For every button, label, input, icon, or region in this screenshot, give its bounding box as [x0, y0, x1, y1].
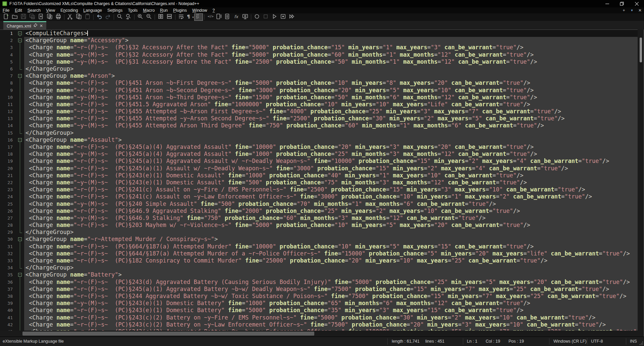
code-text[interactable]: <Charge name="~r~(F)~s~ (PC)§451 Arson ~… [24, 79, 638, 86]
code-text[interactable]: <Charge name="~y~(M)~s~ (PC)§455 Attempt… [24, 122, 638, 129]
code-text[interactable]: </ChargeGroup> [24, 65, 638, 72]
editor-line-16[interactable]: 16−<ChargeGroup name="Assault"> [0, 136, 638, 143]
sync-horizontal-scroll-button[interactable] [165, 13, 174, 21]
editor-line-42[interactable]: 42 <Charge name="~r~(F)~s~ (PC)§243(c)(2… [0, 321, 638, 328]
editor-line-1[interactable]: 1−<CompuLiteCharges> [0, 30, 638, 37]
close-file-button[interactable] [37, 13, 45, 21]
code-text[interactable]: </ChargeGroup> [24, 129, 638, 136]
code-text[interactable]: <Charge name="~r~(F)~s~ (PC)§455 Attempt… [24, 115, 638, 122]
show-all-characters-button[interactable]: ¶▼ [185, 13, 194, 21]
editor-line-28[interactable]: 28 <Charge name="~r~(F)~s~ (PC)§203 Mayh… [0, 222, 638, 229]
redo-button[interactable] [104, 13, 112, 21]
editor-line-6[interactable]: 6</ChargeGroup> [0, 65, 638, 72]
code-text[interactable]: <Charge name="~y~(M)~s~ (PC)§243(e)(1) D… [24, 179, 638, 186]
zoom-in-button[interactable] [136, 13, 145, 21]
code-text[interactable]: <ChargeGroup name="Battery"> [24, 271, 638, 278]
code-text[interactable]: <CompuLiteCharges> [24, 30, 638, 37]
code-text[interactable]: <Charge name="~r~(F)~s~ (PC)§664/§187(a)… [24, 243, 638, 250]
horizontal-scrollbar-thumb[interactable] [22, 332, 314, 336]
code-text[interactable]: <Charge name="~r~(F)~s~ (PC)§243(e)(1) D… [24, 307, 638, 314]
close-window-button[interactable] [629, 0, 644, 7]
print-button[interactable] [54, 13, 63, 21]
menu-run[interactable]: Run [157, 8, 170, 13]
code-text[interactable]: <ChargeGroup name="~r~Attempted Murder /… [24, 236, 638, 243]
code-text[interactable]: <Charge name="~r~(F)~s~ (PC)§182 Conspir… [24, 257, 638, 264]
editor-line-33[interactable]: 33 <Charge name="~r~(F)~s~ (PC)§182 Cons… [0, 257, 638, 264]
replace-button[interactable] [124, 13, 133, 21]
code-text[interactable]: <Charge name="~r~(F)~s~ (PC)§455 Attempt… [24, 108, 638, 115]
code-text[interactable]: </ChargeGroup> [24, 264, 638, 271]
code-text[interactable]: <Charge name="~y~(M)~s~ (PC)§245(a)(4) A… [24, 151, 638, 158]
menu-file[interactable]: File [0, 8, 12, 13]
new-tab-button[interactable]: + [620, 8, 628, 13]
editor-line-5[interactable]: 5 <Charge name="~y~(M)~s~ (PC)§31 Access… [0, 58, 638, 65]
fold-collapse-icon[interactable]: − [16, 37, 24, 44]
editor-line-11[interactable]: 11 <Charge name="~r~(F)~s~ (PC)§451.5 Ag… [0, 101, 638, 108]
find-button[interactable] [115, 13, 124, 21]
document-map-button[interactable] [215, 13, 223, 21]
tab-close-icon[interactable]: ✕ [40, 24, 43, 28]
restore-button[interactable] [614, 0, 629, 7]
code-text[interactable]: <Charge name="~r~(F)~s~ (PC)§243(c)(2) B… [24, 314, 638, 321]
editor-line-21[interactable]: 21 <Charge name="~r~(F)~s~ (PC)§243(e)(1… [0, 172, 638, 179]
menu-settings[interactable]: Settings [105, 8, 125, 13]
function-list-button[interactable]: fx [232, 13, 241, 21]
code-text[interactable]: <Charge name="~r~(F)~s~ (PC)§245(a)(1) A… [24, 158, 638, 165]
editor-line-37[interactable]: 37 <Charge name="~r~(F)~s~ (PC)§245(a)(1… [0, 286, 638, 293]
minimize-button[interactable] [600, 0, 614, 7]
code-text[interactable]: <Charge name="~r~(F)~s~ (PC)§243(d) Aggr… [24, 279, 638, 286]
editor-line-31[interactable]: 31 <Charge name="~r~(F)~s~ (PC)§664/§187… [0, 243, 638, 250]
tab-charges-xml[interactable]: Charges.xml ✕ [3, 21, 46, 30]
close-all-button[interactable] [45, 13, 54, 21]
sync-vertical-scroll-button[interactable] [156, 13, 165, 21]
code-text[interactable]: <Charge name="~r~(F)~s~ (PC)§451 Arson ~… [24, 87, 638, 94]
status-eol-format[interactable]: Windows (CR LF) [553, 339, 587, 344]
editor-line-3[interactable]: 3 <Charge name="~r~(F)~s~ (PC)§32 Access… [0, 44, 638, 51]
monitoring-button[interactable] [241, 13, 250, 21]
editor-line-19[interactable]: 19 <Charge name="~r~(F)~s~ (PC)§245(a)(1… [0, 158, 638, 165]
resize-grip[interactable] [640, 342, 643, 345]
playback-macro-button[interactable] [270, 13, 279, 21]
code-editor[interactable]: 1−<CompuLiteCharges>2−<ChargeGroup name=… [0, 30, 638, 331]
menu-macro[interactable]: Macro [140, 8, 157, 13]
save-file-button[interactable] [19, 13, 28, 21]
code-text[interactable]: <ChargeGroup name="Assault"> [24, 136, 638, 143]
vertical-scrollbar-thumb[interactable] [640, 38, 642, 62]
editor-line-36[interactable]: 36 <Charge name="~r~(F)~s~ (PC)§243(d) A… [0, 279, 638, 286]
fold-collapse-icon[interactable]: − [16, 30, 24, 37]
editor-line-8[interactable]: 8 <Charge name="~r~(F)~s~ (PC)§451 Arson… [0, 79, 638, 86]
code-text[interactable]: <Charge name="~r~(F)~s~ (PC)§245(a)(4) A… [24, 143, 638, 151]
menu-language[interactable]: Language [80, 8, 105, 13]
editor-line-22[interactable]: 22 <Charge name="~y~(M)~s~ (PC)§243(e)(1… [0, 179, 638, 186]
define-language-button[interactable]: </> [206, 13, 215, 21]
code-text[interactable]: <Charge name="~y~(M)~s~ (PC)§31 Accessor… [24, 58, 638, 65]
editor-line-41[interactable]: 41 <Charge name="~r~(F)~s~ (PC)§243(c)(2… [0, 314, 638, 321]
save-all-button[interactable] [28, 13, 37, 21]
editor-line-15[interactable]: 15</ChargeGroup> [0, 129, 638, 136]
menu-[interactable]: ? [210, 8, 218, 13]
editor-line-38[interactable]: 38 <Charge name="~r~(F)~s~ (PC)§244 Aggr… [0, 293, 638, 300]
menu-tools[interactable]: Tools [125, 8, 140, 13]
cut-button[interactable] [66, 13, 74, 21]
stop-recording-macro-button[interactable] [261, 13, 270, 21]
code-text[interactable]: <ChargeGroup name="Arson"> [24, 72, 638, 79]
editor-line-4[interactable]: 4 <Charge name="~y~(M)~s~ (PC)§32 Access… [0, 51, 638, 58]
run-macro-multiple-button[interactable] [287, 13, 296, 21]
editor-line-40[interactable]: 40 <Charge name="~r~(F)~s~ (PC)§243(e)(1… [0, 307, 638, 314]
editor-line-32[interactable]: 32 <Charge name="~r~(F)~s~ (PC)§644/§187… [0, 250, 638, 257]
editor-line-20[interactable]: 20 <Charge name="~r~(F)~s~ (PC)§245(a)(1… [0, 165, 638, 172]
word-wrap-button[interactable] [177, 13, 185, 21]
menu-search[interactable]: Search [25, 8, 44, 13]
vertical-scrollbar[interactable] [638, 30, 644, 337]
paste-button[interactable] [83, 13, 92, 21]
indent-guide-button[interactable] [194, 13, 203, 21]
editor-line-7[interactable]: 7−<ChargeGroup name="Arson"> [0, 72, 638, 79]
menu-window[interactable]: Window [190, 8, 210, 13]
editor-line-10[interactable]: 10 <Charge name="~y~(M)~s~ (PC)§451 Arso… [0, 94, 638, 101]
code-text[interactable]: <Charge name="~r~(F)~s~ (PC)§243(c)(2) B… [24, 321, 638, 328]
editor-line-14[interactable]: 14 <Charge name="~y~(M)~s~ (PC)§455 Atte… [0, 122, 638, 129]
fold-collapse-icon[interactable]: − [16, 236, 24, 243]
editor-line-18[interactable]: 18 <Charge name="~y~(M)~s~ (PC)§245(a)(4… [0, 151, 638, 158]
editor-line-43[interactable]: 43 <Charge name="~r~(F)~s~ (PC)§243(c)(2… [0, 328, 638, 331]
code-text[interactable]: <Charge name="~r~(F)~s~ (PC)§244 Aggrava… [24, 293, 638, 300]
